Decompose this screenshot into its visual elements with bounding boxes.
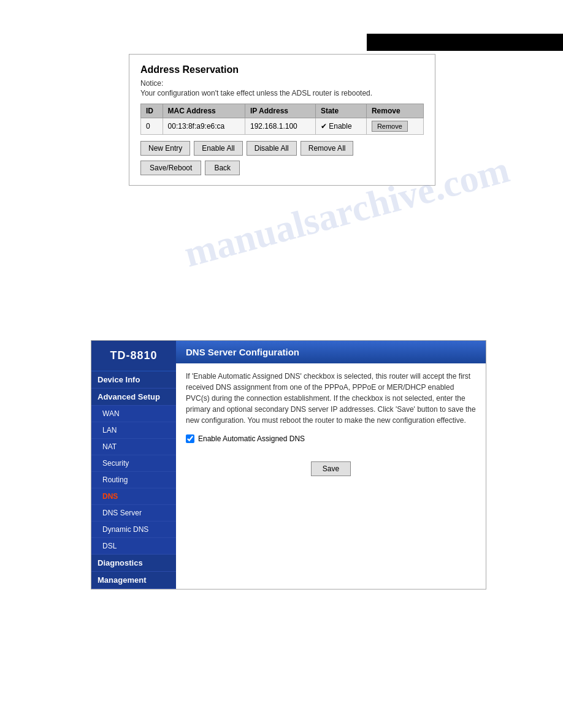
back-button[interactable]: Back [205, 161, 240, 175]
col-mac: MAC Address [163, 104, 245, 118]
notice-label: Notice: [140, 79, 424, 88]
main-description: If 'Enable Automatic Assigned DNS' check… [186, 371, 476, 426]
bottom-buttons: Save/Reboot Back [140, 161, 424, 175]
sidebar-item-diagnostics[interactable]: Diagnostics [91, 555, 176, 572]
main-header: DNS Server Configuration [176, 341, 486, 363]
notice-text: Your configuration won't take effect unl… [140, 89, 424, 97]
row-state: ✔ Enable [315, 118, 366, 135]
sidebar: TD-8810 Device Info Advanced Setup WAN L… [91, 341, 176, 589]
auto-dns-label: Enable Automatic Assigned DNS [198, 434, 305, 443]
sidebar-item-wan[interactable]: WAN [91, 406, 176, 422]
router-logo: TD-8810 [91, 341, 176, 371]
row-remove-cell: Remove [366, 118, 423, 135]
col-id: ID [141, 104, 163, 118]
sidebar-item-dns[interactable]: DNS [91, 488, 176, 505]
col-remove: Remove [366, 104, 423, 118]
main-content: DNS Server Configuration If 'Enable Auto… [176, 341, 486, 589]
table-row: 0 00:13:8f:a9:e6:ca 192.168.1.100 ✔ Enab… [141, 118, 424, 135]
sidebar-item-lan[interactable]: LAN [91, 422, 176, 439]
sidebar-item-management[interactable]: Management [91, 572, 176, 589]
sidebar-item-dynamic-dns[interactable]: Dynamic DNS [91, 521, 176, 538]
auto-dns-checkbox[interactable] [186, 434, 194, 443]
sidebar-item-device-info[interactable]: Device Info [91, 371, 176, 389]
row-id: 0 [141, 118, 163, 135]
sidebar-item-security[interactable]: Security [91, 455, 176, 472]
new-entry-button[interactable]: New Entry [140, 141, 190, 156]
col-ip: IP Address [245, 104, 316, 118]
router-ui-panel: TD-8810 Device Info Advanced Setup WAN L… [91, 340, 486, 590]
row-ip: 192.168.1.100 [245, 118, 316, 135]
col-state: State [315, 104, 366, 118]
sidebar-item-dns-server[interactable]: DNS Server [91, 505, 176, 521]
section1-title: Address Reservation [140, 64, 424, 75]
sidebar-item-routing[interactable]: Routing [91, 472, 176, 488]
sidebar-item-nat[interactable]: NAT [91, 439, 176, 455]
remove-button[interactable]: Remove [372, 121, 408, 132]
address-table: ID MAC Address IP Address State Remove 0… [140, 104, 424, 135]
sidebar-item-dsl[interactable]: DSL [91, 538, 176, 555]
top-bar [367, 34, 563, 51]
action-buttons: New Entry Enable All Disable All Remove … [140, 141, 424, 156]
main-body: If 'Enable Automatic Assigned DNS' check… [176, 363, 486, 483]
row-mac: 00:13:8f:a9:e6:ca [163, 118, 245, 135]
enable-all-button[interactable]: Enable All [194, 141, 242, 156]
address-reservation-panel: Address Reservation Notice: Your configu… [129, 54, 435, 186]
checkbox-row: Enable Automatic Assigned DNS [186, 434, 476, 443]
save-button[interactable]: Save [311, 461, 351, 476]
save-area: Save [186, 455, 476, 476]
sidebar-item-advanced-setup[interactable]: Advanced Setup [91, 389, 176, 406]
remove-all-button[interactable]: Remove All [301, 141, 354, 156]
save-reboot-button[interactable]: Save/Reboot [140, 161, 201, 175]
disable-all-button[interactable]: Disable All [247, 141, 297, 156]
